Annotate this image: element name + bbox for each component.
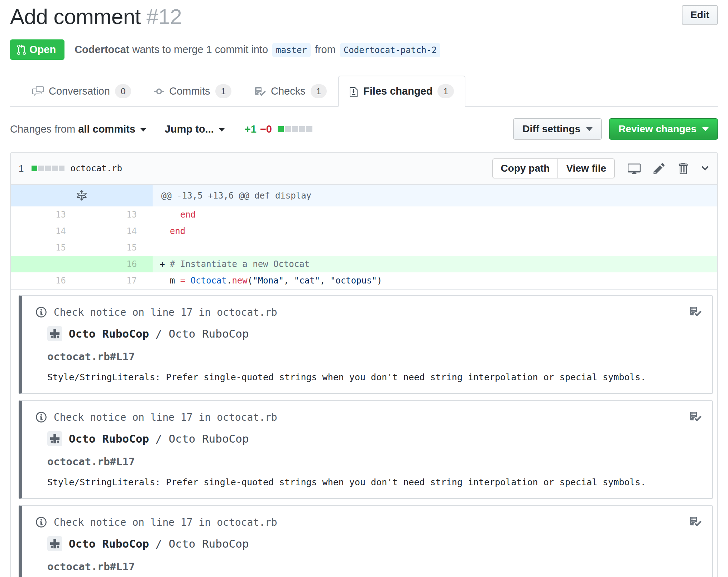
diff-sign	[160, 206, 170, 223]
diffstat-block	[32, 166, 37, 171]
new-line-number[interactable]: 17	[82, 272, 153, 289]
file-diffstat-blocks	[32, 166, 64, 171]
tab-commits[interactable]: Commits 1	[143, 76, 243, 106]
review-changes-button[interactable]: Review changes	[609, 118, 718, 140]
avatar	[47, 431, 62, 446]
notice-message: Style/StringLiterals: Prefer single-quot…	[47, 372, 699, 382]
pencil-icon[interactable]	[653, 162, 665, 175]
tab-files-changed[interactable]: Files changed 1	[338, 76, 465, 107]
tab-conversation[interactable]: Conversation 0	[21, 76, 143, 106]
info-icon	[36, 516, 47, 528]
status-badge: Open	[10, 39, 64, 60]
notice-separator: /	[155, 432, 162, 445]
diff-row: 16+# Instantiate a new Octocat	[11, 256, 717, 272]
notice-app-name[interactable]: Octo RuboCop	[69, 537, 149, 550]
notice-header-text: Check notice on line 17 in octocat.rb	[54, 516, 277, 528]
check-run-icon[interactable]	[689, 410, 701, 423]
code-line: m = Octocat.new("Mona", "cat", "octopus"…	[153, 272, 717, 289]
pr-number: #12	[147, 5, 182, 29]
notice-context[interactable]: Octo RuboCop	[169, 432, 249, 445]
copy-path-button[interactable]: Copy path	[492, 158, 559, 178]
edit-button[interactable]: Edit	[682, 5, 718, 25]
file-name: octocat.rb	[70, 163, 122, 173]
changes-from-dropdown[interactable]: Changes from all commits	[10, 123, 146, 135]
tab-count: 1	[215, 84, 231, 98]
chevron-down-icon	[219, 128, 225, 132]
page-title: Add comment #12	[10, 5, 182, 29]
file-actions-group: Copy path View file	[492, 158, 615, 178]
new-line-number[interactable]: 16	[82, 256, 153, 272]
check-run-icon[interactable]	[689, 305, 701, 318]
file-changes-count: 1	[19, 163, 24, 174]
info-icon	[36, 411, 47, 423]
old-line-number[interactable]: 14	[11, 223, 82, 239]
check-notice: Check notice on line 17 in octocat.rb Oc…	[19, 400, 713, 499]
diff-sign	[160, 223, 170, 239]
checklist-icon	[254, 86, 266, 97]
notice-app-row: Octo RuboCop / Octo RuboCop	[47, 431, 699, 446]
notice-file-link[interactable]: octocat.rb#L17	[47, 351, 699, 363]
new-line-number[interactable]: 13	[82, 206, 153, 223]
changes-from-label: Changes from	[10, 123, 75, 135]
diffstat-block	[278, 126, 284, 132]
notice-context[interactable]: Octo RuboCop	[169, 327, 249, 340]
trash-icon[interactable]	[678, 162, 688, 175]
review-changes-label: Review changes	[618, 123, 696, 135]
diff-toolbar: Changes from all commits Jump to... +1 −…	[10, 118, 718, 140]
notice-file-link[interactable]: octocat.rb#L17	[47, 561, 699, 573]
tab-label: Files changed	[363, 85, 432, 97]
code-line: end	[153, 206, 717, 223]
check-run-icon[interactable]	[689, 515, 701, 528]
chevron-down-icon[interactable]	[701, 163, 709, 174]
diff-row: 1414 end	[11, 223, 717, 239]
unfold-icon[interactable]	[11, 185, 153, 206]
old-line-number[interactable]: 16	[11, 272, 82, 289]
code-line	[153, 239, 717, 256]
notice-header-text: Check notice on line 17 in octocat.rb	[54, 411, 277, 423]
display-icon[interactable]	[628, 162, 641, 175]
info-icon	[36, 306, 47, 318]
notice-app-name[interactable]: Octo RuboCop	[69, 432, 149, 445]
file-header: 1 octocat.rb Copy path View file	[11, 153, 717, 185]
diff-settings-button[interactable]: Diff settings	[513, 118, 602, 140]
tab-checks[interactable]: Checks 1	[243, 76, 338, 106]
notice-context[interactable]: Octo RuboCop	[169, 537, 249, 550]
tab-count: 1	[437, 84, 454, 98]
new-line-number[interactable]: 15	[82, 239, 153, 256]
old-line-number[interactable]: 13	[11, 206, 82, 223]
check-notice: Check notice on line 17 in octocat.rb Oc…	[19, 505, 713, 577]
tab-count: 0	[115, 84, 131, 98]
avatar	[47, 536, 62, 551]
pull-request-page: Add comment #12 Edit Open Codertocat wan…	[0, 0, 728, 577]
check-notice: Check notice on line 17 in octocat.rb Oc…	[19, 295, 713, 394]
changes-from-value: all commits	[78, 123, 135, 135]
notice-message: Style/StringLiterals: Prefer single-quot…	[47, 477, 699, 487]
hunk-header-text: @@ -13,5 +13,6 @@ def display	[153, 185, 717, 206]
tab-count: 1	[311, 84, 327, 98]
git-pull-request-icon	[17, 44, 26, 56]
notice-header: Check notice on line 17 in octocat.rb	[36, 411, 699, 423]
jump-to-dropdown[interactable]: Jump to...	[165, 123, 225, 135]
comment-discussion-icon	[32, 86, 44, 97]
status-label: Open	[29, 44, 56, 56]
old-line-number[interactable]: 15	[11, 239, 82, 256]
notice-header-text: Check notice on line 17 in octocat.rb	[54, 306, 277, 318]
notice-header: Check notice on line 17 in octocat.rb	[36, 306, 699, 318]
diffstat-block	[59, 166, 64, 171]
diffstat-block	[38, 166, 44, 171]
plus-avatar-icon	[49, 328, 60, 339]
diff-sign: +	[160, 256, 170, 272]
code-line: +# Instantiate a new Octocat	[153, 256, 717, 272]
new-line-number[interactable]: 14	[82, 223, 153, 239]
diff-rows: 1313 end1414 end1515 16+# Instantiate a …	[11, 206, 717, 289]
view-file-button[interactable]: View file	[557, 158, 615, 178]
file-diff-container: 1 octocat.rb Copy path View file	[10, 152, 718, 577]
old-line-number[interactable]	[11, 256, 82, 272]
notice-file-link[interactable]: octocat.rb#L17	[47, 456, 699, 468]
byline-from: from	[315, 44, 336, 55]
diffstat-block	[285, 126, 291, 132]
plus-avatar-icon	[49, 433, 60, 444]
notice-app-name[interactable]: Octo RuboCop	[69, 327, 149, 340]
meta-row: Open Codertocat wants to merge 1 commit …	[10, 39, 718, 60]
jump-to-label: Jump to...	[165, 123, 214, 135]
